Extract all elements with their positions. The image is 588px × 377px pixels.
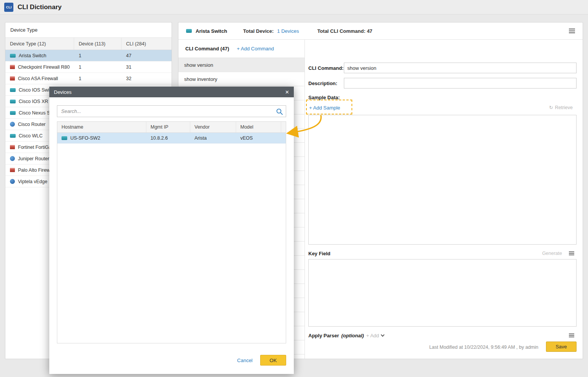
- device-type-name: Checkpoint Firewall R80: [18, 64, 70, 70]
- vendor-cell: Arista: [190, 133, 236, 143]
- globe-icon: [10, 179, 15, 184]
- model-cell: vEOS: [236, 133, 281, 143]
- devices-table: Hostname Mgmt IP Vendor Model US-SFO-SW2…: [57, 121, 286, 343]
- devices-table-body: US-SFO-SW210.8.2.6AristavEOS: [57, 133, 286, 143]
- firewall-icon: [10, 76, 15, 81]
- key-field-area: [308, 259, 577, 327]
- key-field-label: Key Field: [308, 251, 330, 256]
- cli-command-list-header: CLI Command (47) + Add Command: [178, 40, 305, 58]
- device-type-name: Cisco WLC: [19, 133, 43, 139]
- device-type-name: Cisco IOS XR: [19, 99, 48, 104]
- save-button[interactable]: Save: [546, 342, 577, 352]
- cancel-button[interactable]: Cancel: [237, 358, 253, 363]
- hostname-cell: US-SFO-SW2: [57, 133, 146, 143]
- column-header-model[interactable]: Model: [236, 122, 281, 132]
- total-device-value-link[interactable]: 1 Devices: [277, 28, 299, 34]
- retrieve-label: Retrieve: [555, 105, 573, 110]
- close-icon[interactable]: ✕: [285, 89, 289, 95]
- search-input[interactable]: [57, 106, 286, 117]
- devices-modal: Devices ✕ Hostname Mgmt IP Vendor Model …: [49, 87, 294, 374]
- description-field-label: Description:: [308, 81, 337, 86]
- device-type-name: Cisco Nexus Sw: [19, 110, 53, 116]
- device-type-name: Fortinet FortiGa: [18, 145, 52, 150]
- cli-count-cell: 31: [121, 61, 172, 72]
- cli-command-input[interactable]: [344, 63, 577, 73]
- devices-modal-header: Devices ✕: [49, 87, 294, 97]
- key-field-menu-icon[interactable]: [569, 251, 574, 256]
- column-header-cli-count[interactable]: CLI (284): [121, 38, 172, 50]
- firewall-icon: [10, 65, 15, 69]
- device-type-name: Cisco Router: [18, 122, 45, 127]
- switch-icon: [186, 29, 192, 33]
- cli-command-count-label: CLI Command (47): [185, 46, 229, 52]
- device-type-row[interactable]: Cisco ASA Firewall132: [5, 73, 172, 84]
- apply-parser-optional-label: (optional): [341, 333, 364, 338]
- device-type-row[interactable]: Arista Switch147: [5, 50, 172, 61]
- device-type-name: Arista Switch: [19, 53, 46, 58]
- sample-data-label: Sample Data:: [308, 95, 340, 100]
- firewall-icon: [10, 145, 15, 149]
- device-count-cell: 1: [74, 73, 121, 84]
- panel-menu-icon[interactable]: [569, 29, 575, 33]
- device-type-panel-title: Device Type: [5, 23, 172, 38]
- device-search-box: [57, 105, 286, 117]
- total-cli-command-label: Total CLI Command: 47: [317, 28, 372, 34]
- hostname-text: US-SFO-SW2: [70, 135, 100, 141]
- apply-parser-menu-icon[interactable]: [569, 334, 574, 338]
- device-type-name-cell: Checkpoint Firewall R80: [5, 61, 74, 72]
- column-header-mgmt-ip[interactable]: Mgmt IP: [146, 122, 190, 132]
- last-modified-text: Last Modified at 10/22/2024, 9:56:49 AM …: [429, 345, 538, 350]
- apply-parser-row: Apply Parser (optional) + Add: [308, 333, 384, 338]
- column-header-spacer: [281, 122, 286, 132]
- description-input[interactable]: [344, 78, 577, 89]
- cli-count-cell: 32: [121, 73, 172, 84]
- device-type-name-cell: Cisco ASA Firewall: [5, 73, 74, 84]
- switch-icon: [10, 100, 16, 103]
- ok-button[interactable]: OK: [260, 355, 286, 366]
- retrieve-button[interactable]: ↻ Retrieve: [549, 105, 573, 110]
- sample-data-area[interactable]: [308, 115, 577, 245]
- switch-icon: [10, 134, 16, 138]
- firewall-icon: [10, 168, 15, 172]
- switch-icon: [10, 54, 16, 58]
- column-header-vendor[interactable]: Vendor: [190, 122, 236, 132]
- column-header-hostname[interactable]: Hostname: [57, 122, 146, 132]
- apply-parser-label: Apply Parser: [308, 333, 339, 338]
- devices-modal-title: Devices: [54, 89, 71, 95]
- device-count-cell: 1: [74, 61, 121, 72]
- cli-command-field-label: CLI Command:: [308, 65, 343, 71]
- device-type-name-cell: Arista Switch: [5, 50, 74, 61]
- selected-device-type-title: Arista Switch: [196, 28, 227, 34]
- add-command-link[interactable]: + Add Command: [237, 46, 274, 52]
- total-device-label: Total Device:: [243, 28, 274, 34]
- device-type-name: Cisco ASA Firewall: [18, 76, 58, 81]
- spacer-cell: [281, 133, 286, 143]
- app-header: CLI CLI Dictionary: [0, 0, 588, 14]
- switch-icon: [10, 111, 16, 115]
- devices-modal-footer: Cancel OK: [237, 355, 286, 366]
- chevron-down-icon[interactable]: [381, 333, 385, 337]
- retrieve-icon: ↻: [549, 105, 553, 110]
- column-header-device-type[interactable]: Device Type (12): [5, 38, 74, 50]
- add-sample-link[interactable]: + Add Sample: [309, 105, 340, 111]
- device-type-table-header: Device Type (12) Device (113) CLI (284): [5, 38, 172, 50]
- router-icon: [10, 122, 15, 127]
- device-type-name: Palo Alto Firewa: [18, 168, 52, 173]
- switch-icon: [10, 88, 16, 92]
- column-header-device-count[interactable]: Device (113): [74, 38, 121, 50]
- device-type-row[interactable]: Checkpoint Firewall R80131: [5, 61, 172, 73]
- devices-table-header: Hostname Mgmt IP Vendor Model: [57, 122, 286, 133]
- search-icon[interactable]: [276, 108, 283, 115]
- cli-count-cell: 47: [121, 50, 172, 61]
- command-detail-form: CLI Command: Description: Sample Data: +…: [305, 40, 583, 359]
- generate-button[interactable]: Generate: [542, 251, 562, 256]
- router-icon: [10, 156, 15, 161]
- page-title: CLI Dictionary: [18, 3, 62, 11]
- cli-command-row[interactable]: show version: [178, 58, 305, 72]
- apply-parser-add-link[interactable]: + Add: [366, 333, 379, 338]
- device-row[interactable]: US-SFO-SW210.8.2.6AristavEOS: [57, 133, 286, 143]
- device-type-name: Viptela vEdge: [18, 179, 47, 184]
- cli-command-row[interactable]: show inventory: [178, 72, 305, 86]
- device-type-name: Juniper Router: [18, 156, 49, 161]
- switch-icon: [62, 136, 67, 140]
